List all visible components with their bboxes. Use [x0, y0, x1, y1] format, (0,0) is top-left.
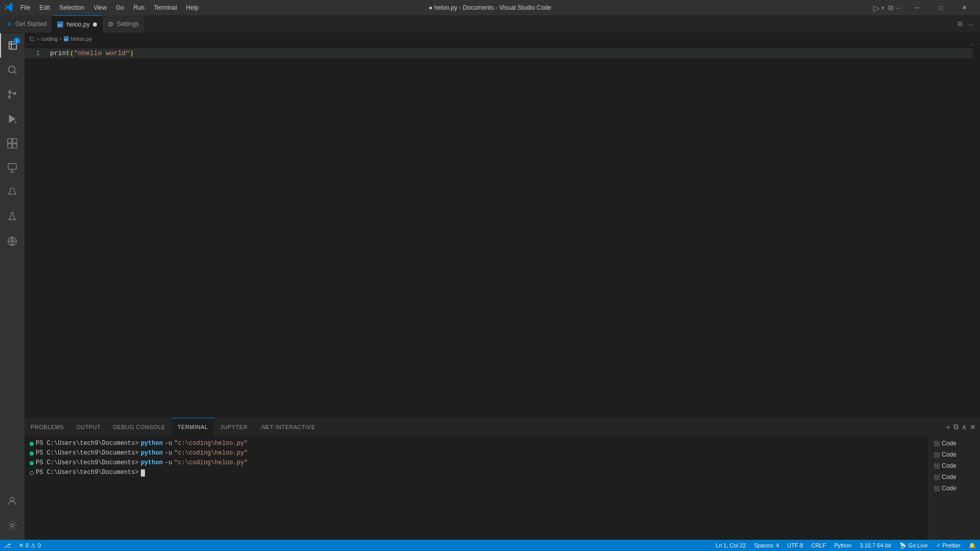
- status-errors[interactable]: ✕ 0 ⚠ 0: [15, 540, 45, 551]
- menu-edit[interactable]: Edit: [35, 0, 54, 15]
- spaces-text: Spaces: 4: [754, 540, 779, 551]
- activity-flask[interactable]: [0, 205, 24, 229]
- panel-tab-debug-console[interactable]: DEBUG CONSOLE: [107, 418, 171, 436]
- terminal-path-1: "c:\coding\heloo.py": [174, 439, 248, 448]
- status-spaces[interactable]: Spaces: 4: [750, 540, 783, 551]
- menu-run[interactable]: Run: [129, 0, 149, 15]
- editor-scrollbar[interactable]: [973, 44, 980, 417]
- panel-tab-jupyter[interactable]: JUPYTER: [214, 418, 254, 436]
- status-prettier[interactable]: ✓ Prettier: [932, 540, 965, 551]
- split-terminal-button[interactable]: ⧉: [953, 422, 959, 431]
- window-controls: ─ □ ✕: [905, 0, 976, 15]
- terminal-side-panel: ⬛ Code ⬛ Code ⬛ Code ⬛ C: [929, 436, 980, 540]
- terminal-line-2: PS C:\Users\tech9\Documents> python -u "…: [30, 448, 924, 458]
- terminal-icon-2: ⬛: [934, 452, 940, 458]
- activity-edge[interactable]: [0, 229, 24, 254]
- terminal-icon-1: ⬛: [934, 441, 940, 446]
- activity-bar: 1: [0, 33, 24, 540]
- svg-text:py: py: [59, 23, 62, 27]
- remote-icon: ⎇: [4, 540, 11, 551]
- status-bar-right: Ln 1, Col 22 Spaces: 4 UTF-8 CRLF Python…: [712, 540, 980, 551]
- terminal-label-1: Code: [942, 440, 957, 447]
- app-body: Get Started py heloo.py ⚙ Settings ⧉ ···…: [0, 15, 980, 551]
- activity-extensions[interactable]: [0, 131, 24, 156]
- panel-up-button[interactable]: ∧: [962, 423, 967, 431]
- activity-settings[interactable]: [0, 513, 24, 538]
- terminal-instance-4[interactable]: ⬛ Code: [929, 471, 980, 483]
- close-button[interactable]: ✕: [952, 0, 976, 15]
- panel-close-button[interactable]: ✕: [970, 423, 976, 431]
- activity-run[interactable]: [0, 107, 24, 131]
- new-terminal-button[interactable]: +: [946, 423, 950, 431]
- activity-remote-explorer[interactable]: [0, 156, 24, 180]
- editor-panel: C: › coding › py heloo.py 1 print("nhell…: [24, 33, 980, 540]
- panel-tab-terminal[interactable]: TERMINAL: [172, 418, 214, 436]
- menu-view[interactable]: View: [89, 0, 111, 15]
- activity-accounts[interactable]: [0, 489, 24, 513]
- breadcrumb-folder[interactable]: coding: [41, 36, 58, 42]
- panel-tab-output[interactable]: OUTPUT: [70, 418, 107, 436]
- terminal-instance-5[interactable]: ⬛ Code: [929, 483, 980, 494]
- activity-testing[interactable]: [0, 180, 24, 205]
- terminal-flag-2: -u: [165, 448, 172, 458]
- explorer-badge: 1: [13, 37, 20, 44]
- menu-go[interactable]: Go: [112, 0, 128, 15]
- tab-heloo-py-label: heloo.py: [66, 21, 89, 28]
- activity-explorer[interactable]: 1: [0, 33, 24, 58]
- svg-point-21: [10, 497, 14, 501]
- warning-icon: ⚠: [31, 540, 36, 551]
- terminal-python-3: python: [141, 458, 163, 468]
- line-content-1[interactable]: print("nhello world"): [50, 48, 134, 58]
- svg-point-7: [9, 91, 11, 93]
- menu-selection[interactable]: Selection: [55, 0, 88, 15]
- status-python-version[interactable]: 3.10.7 64-bit: [855, 540, 895, 551]
- prettier-icon: ✓: [936, 540, 941, 551]
- tab-settings[interactable]: ⚙ Settings: [103, 15, 144, 33]
- ln-col-text: Ln 1, Col 22: [716, 540, 746, 551]
- tab-heloo-py[interactable]: py heloo.py: [52, 15, 102, 33]
- menu-terminal[interactable]: Terminal: [150, 0, 181, 15]
- terminal-instance-1[interactable]: ⬛ Code: [929, 438, 980, 449]
- status-eol[interactable]: CRLF: [807, 540, 830, 551]
- maximize-button[interactable]: □: [929, 0, 952, 15]
- status-language[interactable]: Python: [830, 540, 855, 551]
- code-editor[interactable]: 1 print("nhello world"): [24, 44, 980, 417]
- code-line-1: 1 print("nhello world"): [24, 48, 980, 58]
- breadcrumb-drive[interactable]: C:: [30, 36, 35, 42]
- minimize-button[interactable]: ─: [905, 0, 929, 15]
- more-tabs-icon[interactable]: ···: [966, 19, 976, 29]
- gear-icon: ⚙: [108, 20, 114, 28]
- status-ln-col[interactable]: Ln 1, Col 22: [712, 540, 750, 551]
- panel-tab-problems[interactable]: PROBLEMS: [24, 418, 70, 436]
- breadcrumb-file[interactable]: heloo.py: [71, 36, 92, 42]
- terminal[interactable]: PS C:\Users\tech9\Documents> python -u "…: [24, 436, 929, 540]
- activity-search[interactable]: [0, 58, 24, 82]
- run-dropdown[interactable]: ▾: [881, 5, 884, 11]
- status-encoding[interactable]: UTF-8: [783, 540, 807, 551]
- tab-get-started[interactable]: Get Started: [0, 15, 52, 33]
- panel-tab-net-interactive[interactable]: .NET INTERACTIVE: [254, 418, 322, 436]
- content-area: 1: [0, 33, 980, 540]
- terminal-instance-3[interactable]: ⬛ Code: [929, 460, 980, 471]
- activity-bar-bottom: [0, 489, 24, 538]
- paren-open: (: [70, 49, 74, 57]
- split-editor-icon[interactable]: ⧉: [955, 19, 964, 29]
- status-notifications[interactable]: 🔔: [965, 540, 980, 551]
- svg-text:py: py: [64, 37, 67, 40]
- menu-file[interactable]: File: [16, 0, 34, 15]
- activity-source-control[interactable]: [0, 82, 24, 107]
- status-golive[interactable]: 📡 Go Live: [895, 540, 932, 551]
- breadcrumb-sep-1: ›: [37, 36, 39, 42]
- menu-help[interactable]: Help: [182, 0, 203, 15]
- more-actions-button[interactable]: ···: [895, 4, 901, 12]
- svg-point-22: [11, 524, 14, 527]
- terminal-flag-1: -u: [165, 439, 172, 448]
- tab-bar: Get Started py heloo.py ⚙ Settings ⧉ ···: [0, 15, 980, 33]
- terminal-instance-2[interactable]: ⬛ Code: [929, 449, 980, 460]
- terminal-cursor: [141, 469, 145, 477]
- string-literal: "nhello world": [74, 49, 130, 57]
- paren-close: ): [130, 49, 134, 57]
- split-editor-button[interactable]: ⧉: [888, 4, 893, 12]
- status-remote[interactable]: ⎇: [0, 540, 15, 551]
- run-button[interactable]: ▷: [873, 3, 879, 13]
